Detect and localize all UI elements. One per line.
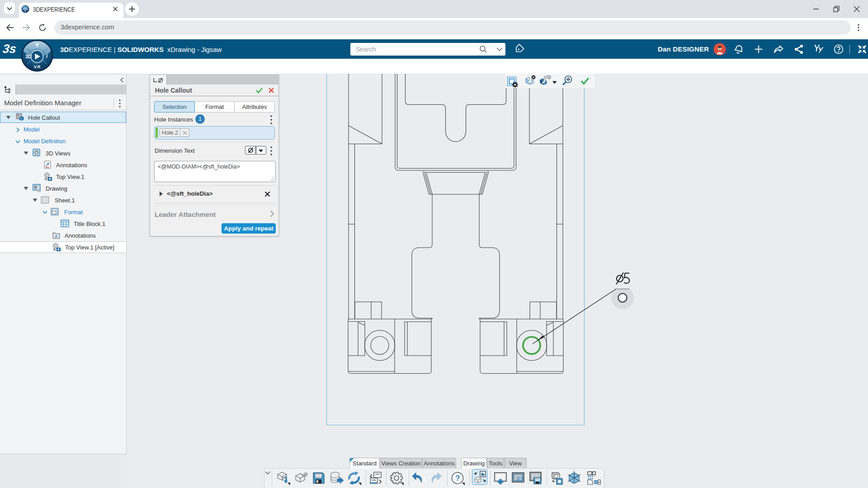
svg-text:A: A bbox=[55, 234, 58, 239]
